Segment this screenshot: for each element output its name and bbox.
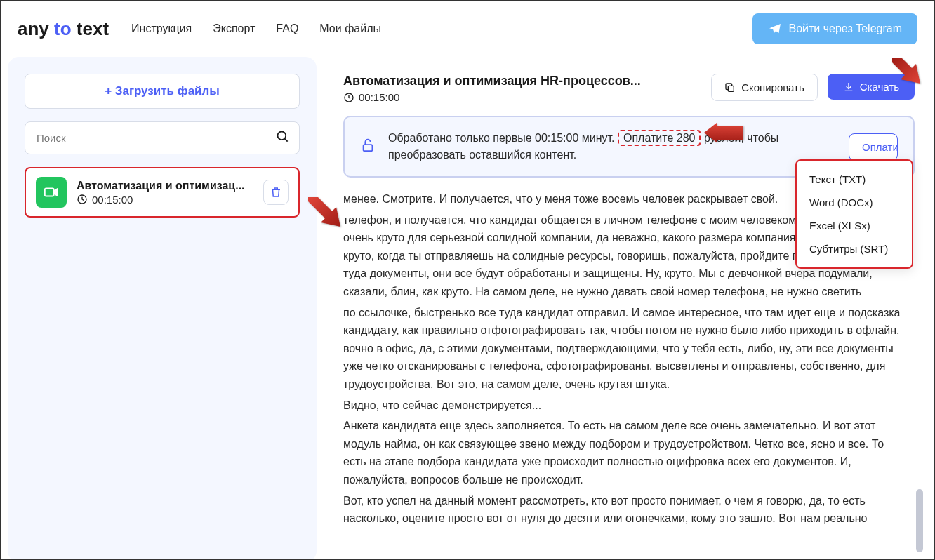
nav-myfiles[interactable]: Мои файлы	[319, 22, 381, 35]
nav-export[interactable]: Экспорт	[213, 22, 255, 35]
download-dropdown: Текст (TXT) Word (DOCx) Excel (XLSx) Суб…	[795, 159, 913, 269]
pay-button[interactable]: Оплатить	[849, 133, 898, 161]
search-wrap	[25, 121, 300, 154]
telegram-icon	[768, 22, 782, 36]
video-icon	[36, 177, 67, 208]
telegram-login-button[interactable]: Войти через Telegram	[752, 13, 917, 44]
copy-label: Скопировать	[741, 81, 804, 93]
content: + Загрузить файлы Автоматизация и оптими…	[1, 57, 934, 560]
main-panel: Автоматизация и оптимизация HR-процессов…	[324, 57, 927, 560]
svg-point-0	[278, 131, 286, 140]
dropdown-xlsx[interactable]: Excel (XLSx)	[797, 214, 912, 237]
main-duration: 00:15:00	[343, 91, 701, 103]
banner-text-before: Обработано только первые 00:15:00 минут.	[388, 132, 618, 144]
copy-button[interactable]: Скопировать	[711, 74, 818, 101]
download-button[interactable]: Скачать	[828, 74, 915, 100]
lock-open-icon	[360, 138, 376, 156]
telegram-login-label: Войти через Telegram	[789, 22, 902, 35]
banner-highlight: Оплатите 280	[618, 130, 701, 146]
transcript-line: по ссылочке, быстренько все туда кандида…	[343, 304, 909, 394]
file-info: Автоматизация и оптимизац... 00:15:00	[77, 180, 253, 206]
download-label: Скачать	[860, 81, 899, 93]
dropdown-srt[interactable]: Субтитры (SRT)	[797, 237, 912, 260]
svg-rect-2	[45, 189, 54, 196]
file-item[interactable]: Автоматизация и оптимизац... 00:15:00	[25, 167, 300, 218]
search-icon	[276, 130, 290, 147]
search-input[interactable]	[25, 121, 300, 154]
main-header: Автоматизация и оптимизация HR-процессов…	[343, 74, 915, 103]
svg-rect-5	[728, 86, 734, 91]
transcript-line: Вот, кто успел на данный момент рассмотр…	[343, 492, 909, 528]
logo[interactable]: any to text	[18, 18, 109, 40]
trash-icon	[270, 186, 282, 199]
clock-icon	[343, 92, 354, 103]
file-title: Автоматизация и оптимизац...	[77, 180, 252, 192]
main-title-block: Автоматизация и оптимизация HR-процессов…	[343, 74, 701, 103]
scrollbar-thumb[interactable]	[916, 489, 923, 552]
banner-text: Обработано только первые 00:15:00 минут.…	[388, 130, 836, 164]
nav-faq[interactable]: FAQ	[276, 22, 298, 35]
nav-instructions[interactable]: Инструкция	[131, 22, 192, 35]
clock-icon	[77, 194, 88, 205]
file-duration: 00:15:00	[77, 194, 253, 206]
dropdown-docx[interactable]: Word (DOCx)	[797, 191, 912, 214]
svg-rect-6	[364, 145, 373, 151]
nav: Инструкция Экспорт FAQ Мои файлы	[131, 22, 381, 35]
upload-button[interactable]: + Загрузить файлы	[25, 74, 300, 109]
logo-any: any	[18, 18, 49, 39]
header: any to text Инструкция Экспорт FAQ Мои ф…	[1, 1, 934, 57]
transcript-line: Анкета кандидата еще здесь заполняется. …	[343, 417, 909, 488]
copy-icon	[724, 82, 736, 93]
main-title: Автоматизация и оптимизация HR-процессов…	[343, 74, 701, 88]
main-duration-text: 00:15:00	[359, 91, 399, 103]
file-duration-text: 00:15:00	[92, 194, 133, 206]
dropdown-txt[interactable]: Текст (TXT)	[797, 168, 912, 191]
logo-text: text	[77, 18, 109, 39]
delete-button[interactable]	[263, 180, 289, 205]
svg-line-1	[285, 138, 288, 141]
transcript-line: Видно, что сейчас демонстрируется...	[343, 396, 909, 415]
sidebar: + Загрузить файлы Автоматизация и оптими…	[8, 57, 317, 560]
download-icon	[843, 81, 854, 93]
logo-to: to	[49, 18, 77, 39]
